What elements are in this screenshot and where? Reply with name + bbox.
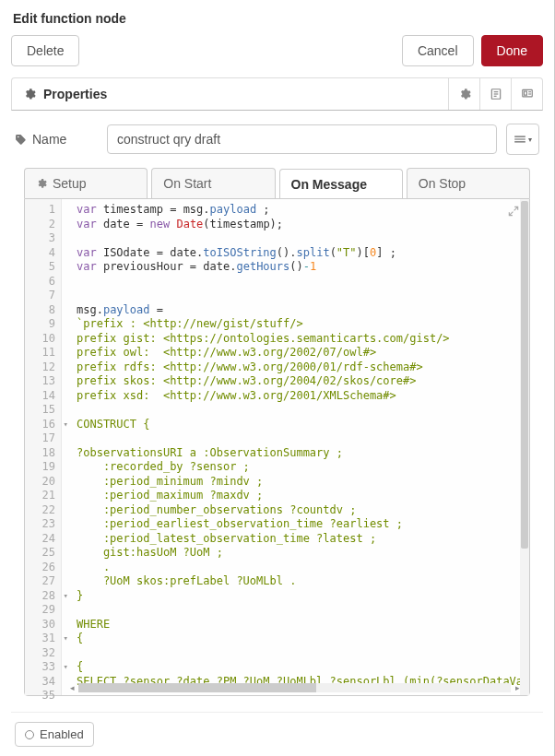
tab-setup[interactable]: Setup xyxy=(24,168,148,198)
enabled-label: Enabled xyxy=(40,727,84,741)
horizontal-scrollbar[interactable]: ◂ ▸ xyxy=(67,682,522,693)
code-editor[interactable]: 1234567891011121314151617181920212223242… xyxy=(24,198,530,696)
delete-button[interactable]: Delete xyxy=(11,35,79,66)
tab-on-message[interactable]: On Message xyxy=(279,169,403,199)
tag-icon xyxy=(15,134,27,146)
scroll-left-arrow[interactable]: ◂ xyxy=(67,683,77,692)
expand-icon[interactable] xyxy=(507,205,524,221)
name-label: Name xyxy=(32,132,66,147)
svg-rect-5 xyxy=(524,91,526,95)
done-button[interactable]: Done xyxy=(481,35,543,66)
tab-on-start-label: On Start xyxy=(163,176,211,191)
dialog-title: Edit function node xyxy=(11,7,543,35)
settings-icon-button[interactable] xyxy=(448,78,479,110)
name-menu-button[interactable]: ▾ xyxy=(506,124,539,155)
tab-on-stop[interactable]: On Stop xyxy=(407,168,530,198)
tab-setup-label: Setup xyxy=(53,176,87,191)
vertical-scrollbar[interactable] xyxy=(520,199,529,695)
line-gutter: 1234567891011121314151617181920212223242… xyxy=(25,199,62,695)
tab-on-message-label: On Message xyxy=(291,177,367,192)
name-input[interactable] xyxy=(107,124,497,154)
properties-label: Properties xyxy=(43,87,107,101)
description-icon-button[interactable] xyxy=(479,78,511,110)
vertical-scrollbar-thumb[interactable] xyxy=(521,201,528,549)
horizontal-scrollbar-thumb[interactable] xyxy=(78,683,316,692)
tab-on-stop-label: On Stop xyxy=(419,176,466,191)
code-area[interactable]: var timestamp = msg.payload ;var date = … xyxy=(62,199,529,695)
chevron-down-icon: ▾ xyxy=(528,136,532,144)
scroll-right-arrow[interactable]: ▸ xyxy=(513,683,522,692)
cancel-button[interactable]: Cancel xyxy=(402,35,474,66)
appearance-icon-button[interactable] xyxy=(511,78,542,110)
gear-icon xyxy=(23,88,36,100)
enabled-toggle[interactable]: Enabled xyxy=(15,722,94,747)
gear-icon xyxy=(36,178,47,189)
tab-on-start[interactable]: On Start xyxy=(151,168,275,198)
circle-icon xyxy=(25,730,34,739)
